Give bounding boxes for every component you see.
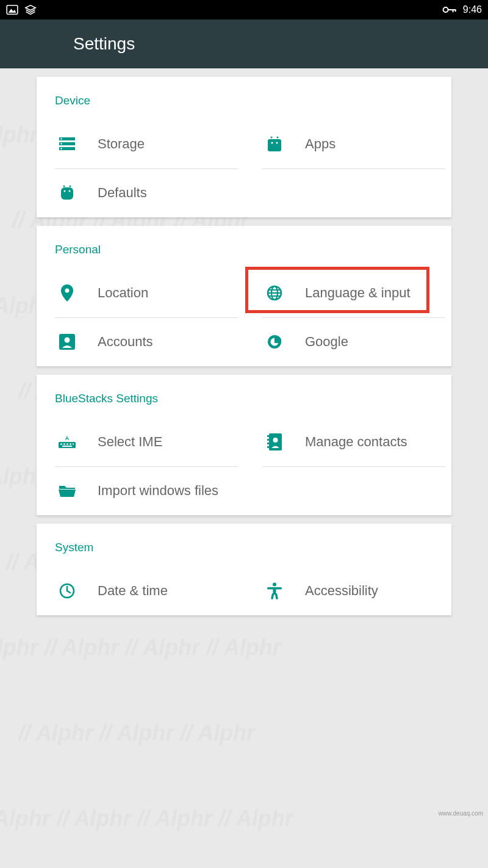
- svg-rect-41: [267, 446, 269, 448]
- svg-point-9: [60, 138, 62, 139]
- apps-icon: [262, 136, 287, 152]
- status-bar: 9:46: [0, 0, 488, 20]
- svg-rect-18: [61, 187, 73, 200]
- location-icon: [55, 284, 79, 302]
- item-apps[interactable]: Apps: [244, 120, 451, 168]
- svg-rect-38: [267, 435, 269, 437]
- image-icon: [6, 5, 18, 15]
- item-import-files[interactable]: Import windows files: [37, 466, 244, 515]
- svg-line-45: [67, 591, 70, 593]
- svg-point-11: [60, 148, 62, 149]
- clock-icon: [55, 583, 79, 599]
- svg-point-2: [443, 7, 448, 12]
- svg-point-16: [63, 186, 65, 187]
- card-bluestacks: BlueStacks Settings A Select IME Manage …: [37, 375, 451, 515]
- svg-point-21: [65, 289, 70, 293]
- item-label: Accounts: [79, 334, 153, 350]
- item-label: Select IME: [79, 434, 162, 450]
- svg-point-12: [271, 137, 273, 139]
- folder-icon: [55, 484, 79, 497]
- card-device: Device Storage Apps Defaults: [37, 77, 451, 217]
- section-header-system: System: [37, 536, 451, 566]
- svg-marker-1: [9, 9, 16, 12]
- svg-point-15: [276, 142, 278, 143]
- item-label: Accessibility: [287, 583, 378, 599]
- item-label: Manage contacts: [287, 434, 407, 450]
- accessibility-icon: [262, 582, 287, 599]
- item-location[interactable]: Location: [37, 269, 244, 317]
- keyboard-icon: A: [55, 435, 79, 449]
- item-date-time[interactable]: Date & time: [37, 566, 244, 615]
- vpn-key-icon: [442, 5, 457, 14]
- svg-point-19: [64, 190, 66, 192]
- section-header-personal: Personal: [37, 238, 451, 269]
- svg-rect-33: [66, 444, 68, 445]
- account-icon: [55, 334, 79, 350]
- stack-icon: [24, 4, 37, 15]
- svg-rect-39: [267, 439, 269, 441]
- google-icon: [262, 334, 287, 350]
- page-title: Settings: [73, 34, 135, 54]
- svg-point-46: [273, 583, 276, 587]
- svg-rect-30: [59, 442, 76, 448]
- svg-rect-49: [271, 593, 274, 599]
- item-manage-contacts[interactable]: Manage contacts: [244, 418, 451, 466]
- item-label: Apps: [287, 136, 336, 152]
- section-header-device: Device: [37, 89, 451, 120]
- item-label: Google: [287, 334, 348, 350]
- svg-rect-0: [7, 5, 18, 14]
- svg-point-14: [271, 142, 273, 143]
- source-url: www.deuaq.com: [439, 810, 483, 817]
- app-bar: Settings: [0, 20, 488, 68]
- item-accessibility[interactable]: Accessibility: [244, 566, 451, 615]
- svg-point-10: [60, 143, 62, 144]
- svg-point-13: [277, 137, 279, 139]
- item-select-ime[interactable]: A Select IME: [37, 418, 244, 466]
- svg-rect-40: [267, 443, 269, 444]
- item-google[interactable]: Google: [244, 317, 451, 366]
- android-icon: [55, 185, 79, 201]
- item-label: Date & time: [79, 583, 168, 599]
- svg-rect-34: [70, 444, 71, 445]
- item-label: Import windows files: [79, 483, 218, 499]
- svg-rect-50: [275, 593, 279, 599]
- svg-rect-36: [62, 446, 72, 447]
- svg-point-42: [273, 438, 278, 443]
- svg-point-17: [70, 186, 71, 187]
- highlight-language-input: [245, 267, 429, 313]
- item-label: Location: [79, 285, 148, 301]
- item-accounts[interactable]: Accounts: [37, 317, 244, 366]
- item-label: Storage: [79, 136, 145, 152]
- card-system: System Date & time Accessibility: [37, 524, 451, 615]
- item-label: Defaults: [79, 185, 147, 201]
- storage-icon: [55, 137, 79, 151]
- status-time: 9:46: [463, 4, 482, 15]
- svg-point-20: [69, 190, 71, 192]
- svg-rect-32: [63, 444, 65, 445]
- svg-text:A: A: [65, 435, 70, 441]
- svg-rect-35: [73, 444, 74, 445]
- contacts-icon: [262, 433, 287, 450]
- empty-cell: [244, 466, 451, 515]
- section-header-bluestacks: BlueStacks Settings: [37, 387, 451, 418]
- empty-cell: [244, 168, 451, 217]
- item-defaults[interactable]: Defaults: [37, 168, 244, 217]
- item-storage[interactable]: Storage: [37, 120, 244, 168]
- svg-point-28: [65, 338, 70, 343]
- svg-rect-31: [60, 444, 62, 445]
